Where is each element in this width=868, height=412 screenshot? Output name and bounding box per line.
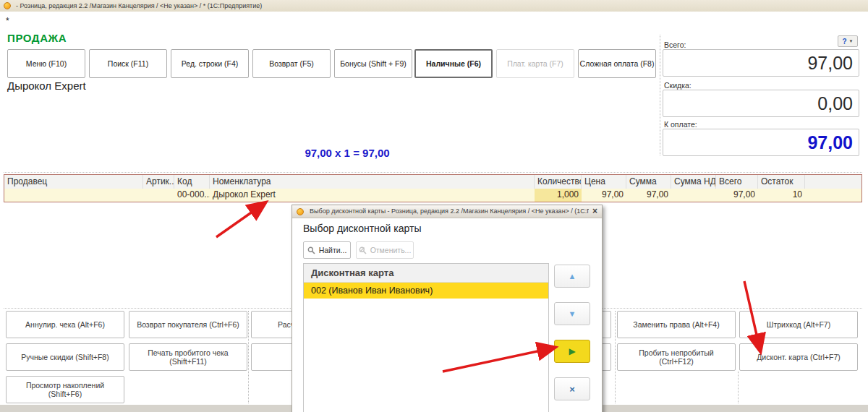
- col-vat: Сумма НДС: [671, 175, 716, 189]
- move-up-button[interactable]: ▲: [554, 265, 590, 288]
- cancel-search-button: Отменить...: [356, 241, 414, 259]
- menu-button[interactable]: Меню (F10): [7, 49, 85, 78]
- replace-rights-button[interactable]: Заменить права (Alt+F4): [617, 311, 736, 338]
- search-icon: [307, 246, 315, 254]
- total-label: Всего:: [664, 40, 686, 49]
- help-button[interactable]: ? ▼: [838, 35, 858, 47]
- discount-card-button[interactable]: Дисконт. карта (Ctrl+F7): [739, 343, 858, 371]
- cell-item[interactable]: Дырокол Expert: [210, 189, 535, 202]
- move-down-button[interactable]: ▼: [554, 302, 590, 325]
- play-icon: ▶: [569, 346, 575, 356]
- annul-check-button[interactable]: Аннулир. чека (Alt+F6): [6, 311, 124, 338]
- cell-seller[interactable]: [4, 189, 143, 202]
- col-stock: Остаток: [758, 175, 805, 189]
- manual-discounts-button[interactable]: Ручные скидки (Shift+F8): [6, 343, 124, 371]
- arrow-down-icon: ▼: [569, 309, 576, 318]
- window-titlebar[interactable]: - Розница, редакция 2.2 /Магазин Канцеля…: [0, 0, 868, 12]
- dialog-close-icon[interactable]: ×: [592, 206, 597, 216]
- dialog-titlebar[interactable]: Выбор дисконтной карты - Розница, редакц…: [292, 205, 602, 218]
- dialog-title: Выбор дисконтной карты - Розница, редакц…: [310, 205, 589, 218]
- window-title: - Розница, редакция 2.2 /Магазин Канцеля…: [16, 0, 262, 12]
- cash-button[interactable]: Наличные (F6): [414, 49, 493, 78]
- customer-return-button[interactable]: Возврат покупателя (Ctrl+F6): [129, 311, 247, 338]
- modified-marker: *: [6, 16, 9, 26]
- find-button-label: Найти...: [319, 246, 347, 254]
- cell-filler: [805, 189, 861, 202]
- close-icon: ×: [569, 384, 575, 395]
- cancel-search-label: Отменить...: [370, 246, 412, 254]
- card-button: Плат. карта (F7): [496, 49, 574, 78]
- col-item: Номенклатура: [210, 175, 535, 189]
- col-filler: [805, 175, 861, 189]
- table-top-divider: [4, 172, 862, 173]
- panel-divider: [660, 35, 660, 155]
- punch-unpunched-button[interactable]: Пробить непробитый (Ctrl+F12): [617, 343, 736, 371]
- app-icon: [4, 2, 11, 9]
- annotation-arrow-product-row: [216, 203, 265, 237]
- view-savings-button[interactable]: Просмотр накоплений (Shift+F6): [6, 376, 124, 403]
- col-price: Цена: [582, 175, 626, 189]
- edit-row-button[interactable]: Ред. строки (F4): [171, 49, 249, 78]
- find-button[interactable]: Найти...: [303, 241, 351, 259]
- table-row[interactable]: 00-000... Дырокол Expert 1,000 97,00 97,…: [4, 189, 861, 202]
- app-window: - Розница, редакция 2.2 /Магазин Канцеля…: [0, 0, 868, 412]
- col-code: Код: [174, 175, 210, 189]
- help-icon: ?: [842, 38, 846, 46]
- cell-qty[interactable]: 1,000: [535, 189, 582, 202]
- barcode-button[interactable]: Штрихкод (Alt+F7): [739, 311, 858, 338]
- group-divider: [615, 311, 616, 403]
- col-total: Всего: [716, 175, 758, 189]
- chevron-down-icon: ▼: [849, 39, 854, 43]
- cell-price[interactable]: 97,00: [582, 189, 626, 202]
- page-title: ПРОДАЖА: [7, 32, 67, 44]
- app-icon: [297, 208, 304, 215]
- search-button[interactable]: Поиск (F11): [89, 49, 167, 78]
- list-header: Дисконтная карта: [304, 264, 548, 283]
- cell-vat[interactable]: [671, 189, 716, 202]
- list-item-selected[interactable]: 002 (Иванов Иван Иванович): [304, 283, 548, 299]
- group-divider: [738, 372, 739, 403]
- select-card-button[interactable]: ▶: [554, 340, 590, 363]
- discount-card-list[interactable]: Дисконтная карта 002 (Иванов Иван Иванов…: [303, 263, 549, 412]
- table-header-row: Продавец Артик... Код Номенклатура Колич…: [4, 175, 861, 189]
- arrow-up-icon: ▲: [569, 272, 576, 280]
- group-divider: [248, 311, 249, 403]
- cell-total[interactable]: 97,00: [716, 189, 758, 202]
- col-article: Артик...: [143, 175, 174, 189]
- discount-label: Скидка:: [664, 81, 692, 90]
- calc-line: 97,00 x 1 = 97,00: [203, 147, 492, 159]
- col-qty: Количество: [535, 175, 582, 189]
- search-cancel-icon: [359, 246, 367, 254]
- cell-code[interactable]: 00-000...: [174, 189, 210, 202]
- close-dialog-button[interactable]: ×: [554, 377, 590, 400]
- dialog-heading: Выбор дисконтной карты: [303, 223, 421, 234]
- discount-field[interactable]: 0,00: [663, 90, 859, 117]
- cell-sum[interactable]: 97,00: [626, 189, 671, 202]
- payable-field[interactable]: 97,00: [663, 129, 859, 156]
- cell-stock[interactable]: 10: [758, 189, 805, 202]
- cell-article[interactable]: [143, 189, 174, 202]
- total-field[interactable]: 97,00: [663, 49, 859, 77]
- col-seller: Продавец: [4, 175, 143, 189]
- print-receipt-button[interactable]: Печать пробитого чека (Shift+F11): [129, 343, 247, 371]
- complex-payment-button[interactable]: Сложная оплата (F8): [578, 49, 656, 78]
- return-button[interactable]: Возврат (F5): [252, 49, 331, 78]
- discount-card-dialog: Выбор дисконтной карты - Розница, редакц…: [292, 205, 603, 412]
- product-name: Дырокол Expert: [7, 80, 86, 92]
- payable-label: К оплате:: [664, 120, 697, 129]
- col-sum: Сумма: [626, 175, 671, 189]
- items-table[interactable]: Продавец Артик... Код Номенклатура Колич…: [4, 174, 862, 202]
- bonuses-button[interactable]: Бонусы (Shift + F9): [334, 49, 412, 78]
